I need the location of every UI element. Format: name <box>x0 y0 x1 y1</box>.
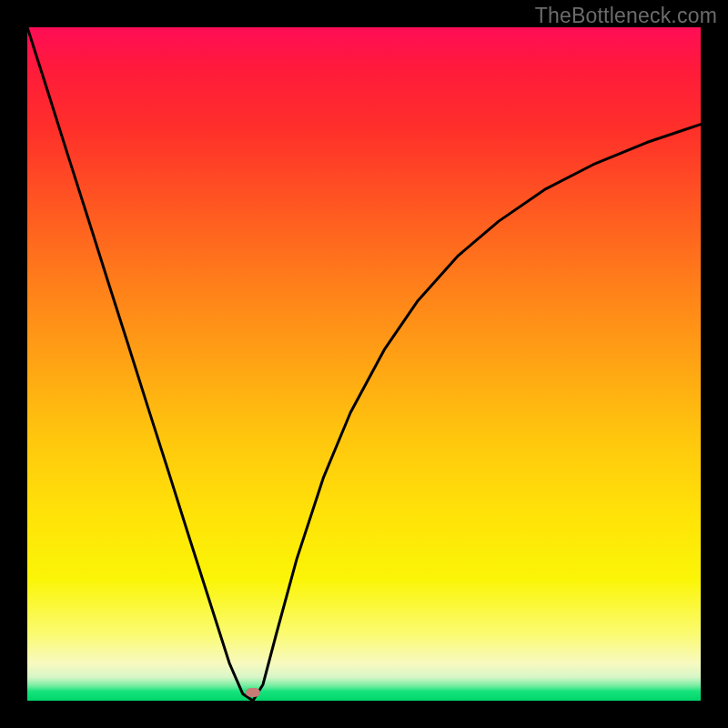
plot-area <box>27 27 701 701</box>
watermark-text: TheBottleneck.com <box>535 4 717 28</box>
bottleneck-curve <box>27 27 701 701</box>
minimum-marker <box>246 688 260 697</box>
chart-frame: TheBottleneck.com <box>0 0 728 728</box>
